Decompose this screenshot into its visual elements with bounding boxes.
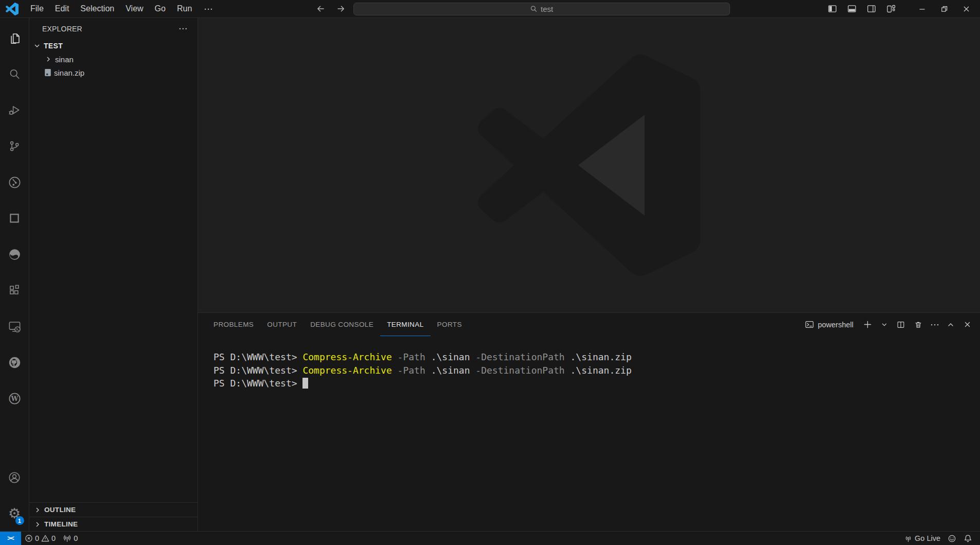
tree-item-sinan-folder[interactable]: sinan (29, 52, 198, 66)
terminal-cursor (302, 378, 308, 389)
toggle-primary-sidebar-icon[interactable] (823, 2, 842, 16)
restore-button[interactable] (934, 3, 955, 15)
chevron-right-icon (33, 506, 42, 514)
titlebar-center: test (219, 2, 823, 15)
commit-graph-extension-icon[interactable] (0, 164, 29, 200)
terminal-param: -Path (398, 350, 425, 364)
settings-gear-icon[interactable]: ⚙ 1 (0, 496, 29, 531)
ports-status-item[interactable]: 0 (59, 532, 81, 545)
terminal-arg: .\sinan (431, 350, 470, 364)
timeline-section[interactable]: TIMELINE (29, 517, 198, 531)
tab-terminal[interactable]: TERMINAL (380, 313, 430, 336)
customize-layout-icon[interactable] (882, 2, 900, 16)
terminal-prompt: PS D:\WWW\test> (213, 364, 297, 377)
terminal-param: -DestinationPath (475, 350, 564, 364)
maximize-panel-icon[interactable] (946, 320, 956, 330)
status-bar-right: Go Live (900, 534, 980, 543)
explorer-more-actions-icon[interactable]: ⋯ (179, 23, 187, 34)
source-control-view-icon[interactable] (0, 128, 29, 164)
file-label: sinan.zip (54, 68, 84, 77)
feedback-smiley-item[interactable] (944, 534, 960, 543)
vscode-logo-icon (6, 3, 19, 15)
wordpress-view-icon[interactable]: W (0, 380, 29, 416)
outline-section[interactable]: OUTLINE (29, 502, 198, 517)
forward-arrow-icon[interactable] (333, 2, 349, 15)
github-view-icon[interactable] (0, 344, 29, 380)
terminal-arg: .\sinan.zip (571, 350, 632, 364)
menu-run[interactable]: Run (171, 0, 198, 17)
warning-count: 0 (51, 534, 56, 542)
edge-browser-icon[interactable] (0, 236, 29, 272)
new-terminal-icon[interactable] (862, 319, 874, 330)
radio-tower-icon (63, 534, 72, 543)
split-terminal-icon[interactable] (895, 319, 906, 330)
menu-more-icon[interactable]: ⋯ (198, 4, 219, 14)
terminal-prompt: PS D:\WWW\test> (213, 377, 297, 390)
root-folder-label: TEST (44, 42, 63, 50)
tab-problems[interactable]: PROBLEMS (207, 313, 260, 336)
terminal-param: -Path (398, 364, 425, 377)
terminal-dropdown-icon[interactable] (880, 320, 889, 329)
chevron-down-icon (33, 42, 41, 50)
menu-go[interactable]: Go (149, 0, 171, 17)
kill-terminal-trash-icon[interactable] (913, 319, 924, 330)
remote-explorer-view-icon[interactable] (0, 308, 29, 344)
main-area: W ⚙ 1 EXPLORER ⋯ (0, 18, 980, 531)
panel-actions: powershell (805, 319, 973, 330)
command-center-search[interactable]: test (353, 3, 730, 15)
ports-count: 0 (74, 534, 78, 542)
menu-edit[interactable]: Edit (49, 0, 75, 17)
settings-badge: 1 (15, 516, 24, 525)
minimize-button[interactable] (912, 3, 933, 15)
timeline-label: TIMELINE (44, 520, 78, 528)
status-bar: >< 0 0 0 (0, 531, 980, 545)
back-arrow-icon[interactable] (312, 2, 329, 15)
run-debug-view-icon[interactable] (0, 92, 29, 128)
tree-root-test[interactable]: TEST (29, 39, 198, 52)
toggle-secondary-sidebar-icon[interactable] (862, 2, 881, 16)
tree-item-sinan-zip[interactable]: sinan.zip (29, 66, 198, 79)
menu-view[interactable]: View (120, 0, 149, 17)
outline-label: OUTLINE (44, 506, 76, 514)
activity-bar: W ⚙ 1 (0, 18, 29, 531)
close-panel-icon[interactable] (962, 319, 973, 330)
extensions-view-icon[interactable] (0, 272, 29, 308)
panel-more-actions-icon[interactable]: ⋯ (930, 320, 939, 329)
menu-file[interactable]: File (25, 0, 49, 17)
close-window-button[interactable] (956, 3, 977, 15)
menu-selection[interactable]: Selection (75, 0, 120, 17)
terminal-arg: .\sinan (431, 364, 470, 377)
remote-indicator[interactable]: >< (0, 532, 21, 545)
terminal-arg: .\sinan.zip (571, 364, 632, 377)
chevron-right-icon (44, 55, 52, 63)
terminal-param: -DestinationPath (475, 364, 564, 377)
editor-area[interactable] (198, 18, 980, 312)
notifications-bell-item[interactable] (960, 534, 976, 543)
terminal-icon (805, 320, 814, 329)
terminal-line: PS D:\WWW\test>Compress-Archive-Path.\si… (213, 364, 980, 377)
terminal-content[interactable]: PS D:\WWW\test>Compress-Archive-Path.\si… (198, 336, 980, 531)
sidebar-title: EXPLORER (42, 25, 82, 33)
terminal-command: Compress-Archive (302, 364, 391, 377)
chevron-right-icon (33, 520, 42, 529)
tab-debug-console[interactable]: DEBUG CONSOLE (304, 313, 380, 336)
error-count: 0 (35, 534, 39, 542)
search-view-icon[interactable] (0, 56, 29, 92)
tab-output[interactable]: OUTPUT (260, 313, 304, 336)
explorer-view-icon[interactable] (0, 20, 29, 56)
square-extension-icon[interactable] (0, 200, 29, 236)
warning-icon (41, 534, 49, 542)
search-value: test (541, 5, 553, 13)
toggle-panel-icon[interactable] (843, 2, 861, 16)
tab-ports[interactable]: PORTS (431, 313, 469, 336)
terminal-command: Compress-Archive (302, 350, 391, 364)
terminal-line: PS D:\WWW\test>Compress-Archive-Path.\si… (213, 350, 980, 364)
account-icon[interactable] (0, 460, 29, 495)
terminal-shell-item[interactable]: powershell (805, 320, 853, 329)
editor-panel-column: PROBLEMS OUTPUT DEBUG CONSOLE TERMINAL P… (198, 18, 980, 531)
problems-status-item[interactable]: 0 0 (21, 532, 59, 545)
vscode-watermark-logo (478, 54, 700, 276)
terminal-line: PS D:\WWW\test> (213, 377, 980, 390)
zip-file-icon (44, 68, 51, 77)
go-live-item[interactable]: Go Live (900, 534, 944, 543)
